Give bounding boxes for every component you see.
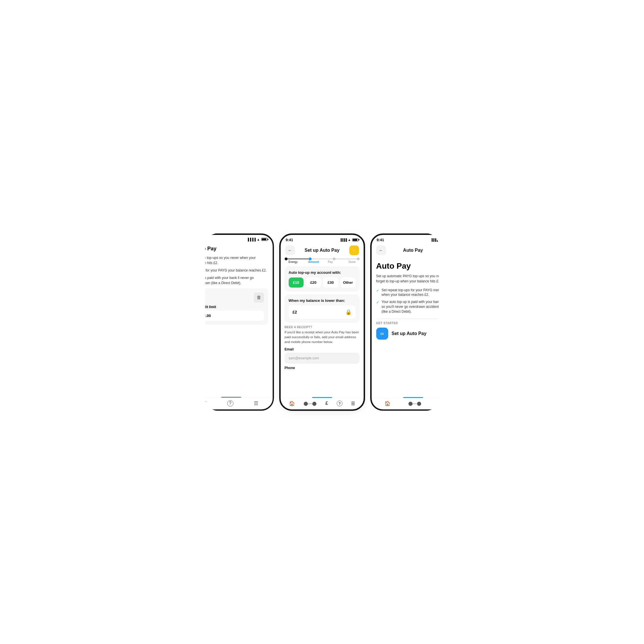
center-battery-icon (352, 238, 358, 241)
right-nav-usage[interactable]: ⬤—⬤ (408, 401, 421, 406)
center-nav-bar: ← Set up Auto Pay ⚡ (281, 243, 364, 257)
left-phone: ▐▐▐▐ ▲ Auto Pay c PAYG top-ups so you ne… (188, 233, 274, 411)
checkmark-2: ✓ (376, 300, 379, 305)
amount-btn-30[interactable]: £30 (323, 278, 338, 288)
step-label-pay: Pay (322, 260, 339, 263)
center-nav-balance[interactable]: £ (326, 401, 328, 406)
wifi-icon: ▲ (257, 238, 260, 241)
lightning-button[interactable]: ⚡ (349, 245, 359, 255)
center-nav-home[interactable]: 🏠 (289, 401, 295, 407)
credit-label: Credit limit (198, 305, 264, 309)
right-back-button[interactable]: ← (376, 245, 386, 255)
step-label-energy: Energy (289, 260, 306, 263)
amount-card: Auto top-up my account with: £10 £20 £30… (285, 266, 360, 292)
setup-auto-pay-button[interactable]: ∞ Set up Auto Pay (376, 328, 450, 340)
amount-btn-other[interactable]: Other (340, 278, 356, 288)
center-back-button[interactable]: ← (285, 245, 295, 255)
step-label-amount: Amount (305, 260, 322, 263)
right-back-arrow-icon: ← (379, 248, 383, 253)
check-text-1: Set repeat top-ups for your PAYG meter w… (382, 288, 450, 298)
left-status-icons: ▐▐▐▐ ▲ (247, 238, 267, 241)
checklist: ✓ Set repeat top-ups for your PAYG meter… (376, 288, 450, 314)
receipt-label: NEED A RECEIPT? (285, 326, 360, 329)
usage-icon: ⬤—⬤ (304, 401, 317, 406)
center-wifi-icon: ▲ (348, 238, 351, 241)
amount-options: £10 £20 £30 Other (289, 278, 356, 288)
stepper-dots (285, 257, 360, 260)
help-icon: ? (227, 400, 233, 407)
step-line-3 (336, 259, 357, 259)
left-nav-help[interactable]: ? (227, 400, 233, 407)
center-bottom-nav: 🏠 ⬤—⬤ £ ? ☰ (281, 398, 364, 409)
email-input[interactable]: sam@example.com (285, 353, 360, 364)
amount-btn-10[interactable]: £10 (289, 278, 304, 288)
center-status-icons: ▐▐▐▐ ▲ (340, 238, 358, 241)
home-icon: 🏠 (289, 401, 295, 407)
step-dot-pay (333, 257, 336, 260)
right-wifi-icon: ▲ (439, 238, 442, 241)
center-phone-content: Auto top-up my account with: £10 £20 £30… (281, 266, 364, 396)
check-text-2: Your auto top-up is paid with your bank … (382, 300, 450, 314)
right-time: 9:41 (377, 238, 384, 242)
center-signal-icon: ▐▐▐▐ (340, 238, 346, 241)
phone-label: Phone (285, 366, 360, 370)
right-nav-balance[interactable]: £ (439, 401, 442, 406)
left-phone-text3: op-up is paid with your bank ll never go… (194, 275, 268, 286)
center-nav-title: Set up Auto Pay (295, 248, 349, 253)
balance-value: £2 (293, 310, 297, 314)
left-phone-title: Auto Pay (194, 246, 268, 252)
balance-row: £2 🔒 (289, 306, 356, 319)
back-arrow-icon: ← (288, 248, 292, 253)
battery-icon (261, 238, 267, 241)
amount-btn-20[interactable]: £20 (306, 278, 321, 288)
balance-card: When my balance is lower than: £2 🔒 (285, 294, 360, 323)
center-status-bar: 9:41 ▐▐▐▐ ▲ (281, 235, 364, 243)
setup-btn-label: Set up Auto Pay (392, 331, 427, 336)
right-status-bar: 9:41 ▐▐▐▐ ▲ (372, 235, 455, 243)
center-nav-help[interactable]: ? (337, 401, 342, 406)
trash-icon[interactable]: 🗑 (254, 292, 264, 303)
right-nav-bar: ← Auto Pay (372, 243, 455, 257)
left-nav-balance[interactable]: £ (204, 400, 207, 406)
menu-icon: ☰ (254, 400, 258, 407)
right-home-icon: 🏠 (385, 401, 391, 407)
check-item-2: ✓ Your auto top-up is paid with your ban… (376, 300, 450, 314)
right-status-icons: ▐▐▐▐ ▲ (431, 238, 449, 241)
lightning-icon: ⚡ (351, 247, 357, 253)
check-item-1: ✓ Set repeat top-ups for your PAYG meter… (376, 288, 450, 298)
amount-card-title: Auto top-up my account with: (289, 270, 356, 275)
balance-icon-center: £ (326, 401, 328, 406)
credit-value: £2.00 (198, 311, 264, 321)
right-phone: 9:41 ▐▐▐▐ ▲ ← Auto Pay Auto Pay Set up a… (370, 233, 456, 411)
trash-icon-wrap: 🗑 (198, 292, 264, 303)
screen-container: ▐▐▐▐ ▲ Auto Pay c PAYG top-ups so you ne… (194, 222, 450, 422)
left-phone-content: Auto Pay c PAYG top-ups so you never whe… (190, 242, 273, 396)
email-label: Email (285, 347, 360, 351)
center-nav-menu[interactable]: ☰ (351, 401, 355, 406)
credit-section: 🗑 Credit limit £2.00 (194, 288, 268, 325)
right-nav-home[interactable]: 🏠 (385, 401, 391, 407)
right-nav-title: Auto Pay (386, 248, 440, 253)
left-nav-menu[interactable]: ☰ (254, 400, 258, 407)
step-line-2 (312, 259, 333, 259)
center-time: 9:41 (286, 238, 293, 242)
left-phone-text2: op-ups for your PAYG your balance reache… (194, 268, 268, 273)
center-nav-usage[interactable]: ⬤—⬤ (304, 401, 317, 406)
autopay-desc: Set up automatic PAYG top-ups so you nev… (376, 274, 450, 284)
autopay-title: Auto Pay (376, 261, 450, 271)
step-dot-energy (285, 257, 288, 260)
step-label-done: Done (339, 260, 356, 263)
left-phone-text1: c PAYG top-ups so you never when your ba… (194, 255, 268, 265)
stepper-labels: Energy Amount Pay Done (285, 260, 360, 266)
get-started-label: GET STARTED (376, 318, 450, 325)
left-status-bar: ▐▐▐▐ ▲ (190, 235, 273, 242)
right-bottom-nav: 🏠 ⬤—⬤ £ (372, 398, 455, 409)
step-dot-amount (309, 257, 312, 260)
stepper: Energy Amount Pay Done (281, 257, 364, 266)
right-usage-icon: ⬤—⬤ (408, 401, 421, 406)
left-bottom-nav: £ ? ☰ (190, 398, 273, 409)
right-balance-icon: £ (439, 401, 442, 406)
checkmark-1: ✓ (376, 288, 379, 293)
right-phone-content: Auto Pay Set up automatic PAYG top-ups s… (372, 257, 455, 396)
right-battery-icon (443, 238, 449, 241)
